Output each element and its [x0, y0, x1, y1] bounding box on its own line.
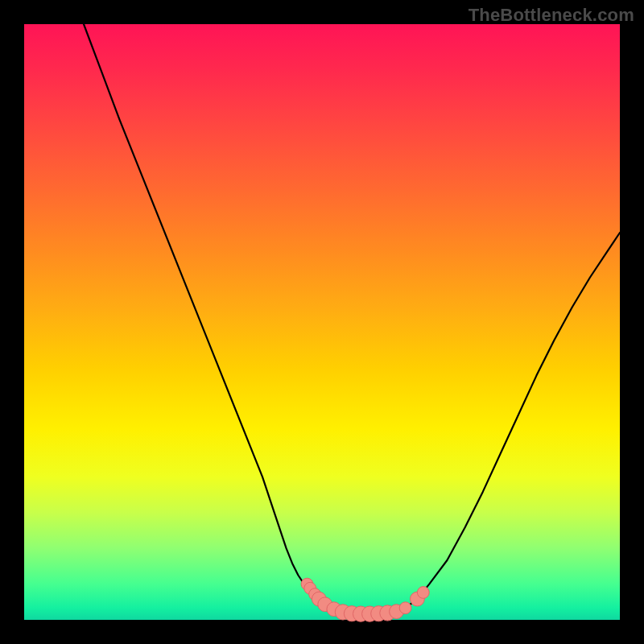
plot-area: [24, 24, 620, 620]
bottleneck-curve: [84, 24, 620, 614]
data-markers: [301, 578, 429, 621]
marker-right-cluster-top: [417, 587, 429, 599]
marker-right-cluster-low: [399, 602, 411, 614]
chart-frame: TheBottleneck.com: [0, 0, 644, 644]
curve-svg: [24, 24, 620, 620]
watermark-text: TheBottleneck.com: [469, 5, 634, 26]
